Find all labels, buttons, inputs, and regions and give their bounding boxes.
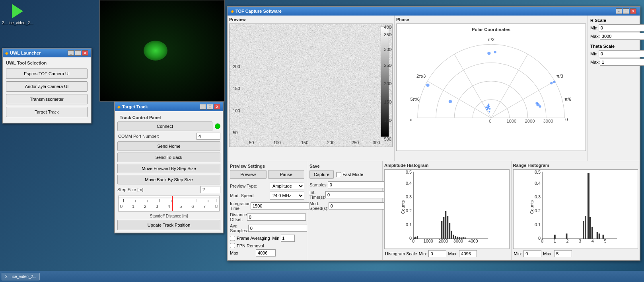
step-size-input[interactable] (200, 186, 220, 193)
samples-input[interactable] (328, 181, 387, 188)
uwl-title: UWL Launcher (10, 51, 41, 55)
capture-btn[interactable]: Capture (309, 170, 334, 179)
distance-offset-input[interactable] (247, 213, 306, 221)
amp-hist-max-input[interactable] (459, 250, 477, 257)
svg-text:3000: 3000 (543, 119, 553, 123)
svg-text:0: 0 (489, 119, 491, 123)
svg-rect-91 (461, 237, 462, 239)
max-row: Max (230, 249, 304, 257)
andor-zyla-btn[interactable]: Andor Zyla Camera UI (6, 81, 88, 92)
uwl-minimize-btn[interactable]: _ (68, 50, 74, 56)
int-time-input[interactable] (325, 191, 384, 198)
avg-samples-row: Avg. Samples: (230, 223, 304, 233)
save-mod-speed-input[interactable] (329, 202, 387, 210)
svg-text:0: 0 (412, 239, 414, 243)
r-max-row: Max: (590, 33, 637, 40)
rscale-panel: R Scale Min: Max: Theta Scale (588, 16, 640, 161)
fast-mode-label: Fast Mode (342, 172, 363, 177)
uwl-maximize-btn[interactable]: □ (75, 50, 81, 56)
tt-close-btn[interactable]: X (214, 104, 220, 110)
frame-avg-min-input[interactable] (281, 235, 295, 242)
max-label: Max (230, 251, 244, 255)
range-histogram-title: Range Histogram (513, 163, 638, 168)
amp-hist-min-label: Min: (419, 251, 427, 256)
svg-text:5π/6: 5π/6 (411, 97, 420, 102)
svg-text:0: 0 (409, 236, 412, 241)
uwl-close-btn[interactable]: X (82, 50, 88, 56)
ruler-marker (172, 196, 173, 211)
tof-top-panels: Preview (228, 16, 640, 161)
uwl-titlebar: ◆ UWL Launcher _ □ X (3, 49, 91, 57)
tof-minimize-btn[interactable]: - (616, 8, 622, 14)
svg-line-34 (454, 54, 491, 118)
svg-text:1000: 1000 (424, 239, 433, 243)
video-label: 2... ice_video_2... (2, 21, 33, 25)
update-track-btn[interactable]: Update Track Position (117, 220, 220, 230)
video-subject (144, 41, 167, 61)
svg-text:0.3: 0.3 (406, 194, 412, 199)
move-forward-btn[interactable]: Move Forward By Step Size (117, 164, 220, 173)
tt-maximize-btn[interactable]: □ (207, 104, 213, 110)
step-size-row: Step Size [m]: (117, 186, 220, 193)
fpn-row: FPN Removal (230, 243, 304, 248)
svg-text:1000: 1000 (506, 119, 516, 123)
range-hist-max-input[interactable] (554, 250, 572, 257)
play-icon[interactable] (12, 4, 23, 18)
frame-avg-row: Frame Averaging Min (230, 235, 304, 242)
move-back-btn[interactable]: Move Back By Step Size (117, 175, 220, 184)
target-track-launcher-btn[interactable]: Target Track (6, 107, 88, 117)
svg-text:2: 2 (566, 239, 568, 243)
preview-btn-row: Preview Pause (230, 170, 304, 179)
tof-maximize-btn[interactable]: □ (623, 8, 629, 14)
phase-title: Phase (396, 17, 586, 22)
r-min-row: Min: (590, 24, 637, 31)
svg-text:0.4: 0.4 (535, 181, 541, 186)
mod-speed-select[interactable]: 24.0 MHz 12.0 MHz (270, 192, 304, 200)
r-max-input[interactable] (600, 33, 644, 40)
svg-text:0: 0 (538, 236, 541, 241)
tof-bottom-panels: Preview Settings Preview Pause Preview T… (228, 161, 640, 260)
tof-close-btn[interactable]: X (630, 8, 636, 14)
avg-samples-input[interactable] (248, 225, 307, 232)
taskbar-item-ice-video[interactable]: 2... ice_video_2... (2, 273, 40, 280)
preview-btn[interactable]: Preview (230, 170, 267, 179)
preview-type-select[interactable]: Amplitude Phase Distance (270, 182, 304, 190)
transmissometer-btn[interactable]: Transmissometer (6, 94, 88, 104)
svg-text:0.5: 0.5 (535, 170, 541, 174)
range-hist-min-input[interactable] (523, 250, 541, 257)
fast-mode-checkbox[interactable] (336, 172, 341, 177)
pause-btn[interactable]: Pause (268, 170, 305, 179)
espros-tof-btn[interactable]: Espros TOF Camera UI (6, 69, 88, 79)
connect-btn[interactable]: Connect (117, 121, 212, 131)
theta-min-input[interactable] (599, 50, 644, 57)
range-hist-max-label: Max: (543, 251, 553, 256)
send-home-btn[interactable]: Send Home (117, 141, 220, 151)
svg-rect-117 (598, 233, 600, 239)
svg-rect-111 (585, 216, 586, 239)
svg-point-50 (550, 82, 553, 84)
theta-scale-section: Theta Scale Min: Max: (590, 44, 637, 66)
preview-plot: 50 100 150 200 50 100 150 200 250 300 (229, 24, 393, 147)
svg-text:π/2: π/2 (488, 37, 494, 42)
send-to-back-btn[interactable]: Send To Back (117, 153, 220, 162)
frame-avg-checkbox[interactable] (230, 236, 235, 241)
svg-text:0: 0 (541, 239, 543, 243)
amp-hist-min-input[interactable] (428, 250, 446, 257)
theta-max-input[interactable] (600, 59, 644, 66)
samples-row: Samples: (309, 181, 380, 188)
svg-rect-86 (451, 231, 452, 239)
r-min-input[interactable] (599, 24, 644, 31)
max-input[interactable] (256, 249, 276, 257)
comm-port-row: COMM Port Number: (117, 133, 220, 140)
fpn-checkbox[interactable] (230, 243, 235, 248)
range-histogram-plot: 0 0.1 0.2 0.3 0.4 0.5 Counts 0 1 2 (513, 169, 638, 249)
svg-rect-88 (455, 236, 456, 239)
tt-minimize-btn[interactable]: _ (200, 104, 206, 110)
svg-rect-78 (414, 237, 415, 239)
avg-samples-label: Avg. Samples: (230, 223, 248, 233)
comm-port-input[interactable] (197, 133, 220, 140)
svg-text:2000: 2000 (525, 119, 535, 123)
distance-offset-row: Distance Offset: (230, 212, 304, 222)
svg-text:150: 150 (233, 86, 240, 91)
integration-time-input[interactable] (251, 202, 309, 210)
